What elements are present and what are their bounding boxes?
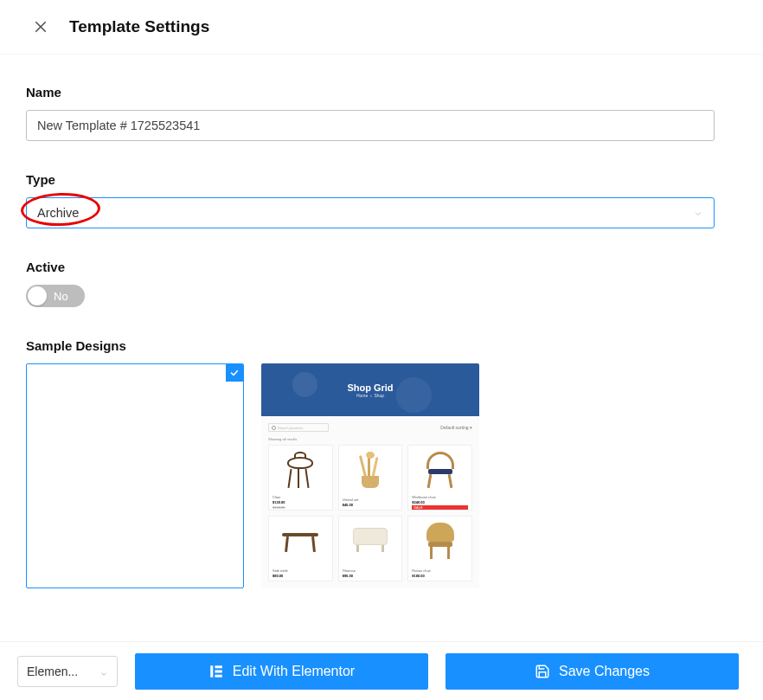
design-card-shop-grid[interactable]: Shop Grid Home › Shop Search products De… xyxy=(261,363,479,588)
toggle-knob xyxy=(28,286,47,305)
field-type: Type Archive xyxy=(26,172,737,228)
svg-rect-5 xyxy=(215,674,221,677)
active-toggle[interactable]: No xyxy=(26,285,85,307)
save-icon xyxy=(535,664,550,679)
design-body: Search products Default sorting ▾ Showin… xyxy=(261,416,479,588)
design-card-blank[interactable] xyxy=(26,363,244,588)
name-input[interactable] xyxy=(26,110,715,141)
edit-button-label: Edit With Elementor xyxy=(233,664,355,679)
save-button-label: Save Changes xyxy=(559,664,650,679)
design-search-mock: Search products xyxy=(268,423,329,432)
field-label-active: Active xyxy=(26,260,737,274)
elementor-icon xyxy=(208,664,224,679)
svg-rect-2 xyxy=(210,665,213,678)
design-banner-title: Shop Grid xyxy=(347,382,393,393)
close-icon[interactable] xyxy=(33,19,48,35)
dialog-footer: Elemen... Edit With Elementor Save Chang… xyxy=(0,641,763,700)
design-product: Wishbone chair$240.00SALE xyxy=(407,445,472,511)
type-select[interactable]: Archive xyxy=(26,197,715,228)
design-product: Chair$120.00$150.00 xyxy=(268,445,333,511)
design-banner-subtitle: Home › Shop xyxy=(356,393,384,398)
editor-select-value: Elemen... xyxy=(27,665,78,678)
save-changes-button[interactable]: Save Changes xyxy=(446,653,739,690)
designs-row: Shop Grid Home › Shop Search products De… xyxy=(26,363,737,588)
design-banner: Shop Grid Home › Shop xyxy=(261,363,479,416)
design-product: Rattan chair$180.00 xyxy=(407,516,472,581)
check-icon xyxy=(226,364,243,382)
svg-rect-4 xyxy=(215,670,221,672)
type-select-value: Archive xyxy=(37,206,79,220)
field-label-type: Type xyxy=(26,172,737,187)
design-product: Side table$80.00 xyxy=(268,516,333,581)
svg-rect-3 xyxy=(215,665,221,668)
chevron-down-icon xyxy=(693,208,703,218)
edit-with-elementor-button[interactable]: Edit With Elementor xyxy=(135,653,428,690)
editor-select[interactable]: Elemen... xyxy=(17,656,118,687)
chevron-down-icon xyxy=(99,667,108,676)
toggle-off-label: No xyxy=(54,290,68,303)
dialog-title: Template Settings xyxy=(69,17,209,36)
design-product: Ottoman$95.00 xyxy=(338,516,403,581)
field-active: Active No xyxy=(26,260,737,307)
design-product: Utensil set$45.00 xyxy=(338,445,403,511)
dialog-body: Name Type Archive Active No Sample Desig… xyxy=(0,61,763,641)
field-name: Name xyxy=(26,85,737,141)
field-label-sample-designs: Sample Designs xyxy=(26,338,737,353)
dialog-header: Template Settings xyxy=(0,0,763,55)
field-sample-designs: Sample Designs Shop Grid Home › Shop Sea… xyxy=(26,338,737,588)
design-products-grid: Chair$120.00$150.00 Utensil set$45.00 Wi… xyxy=(268,445,472,581)
field-label-name: Name xyxy=(26,85,737,100)
